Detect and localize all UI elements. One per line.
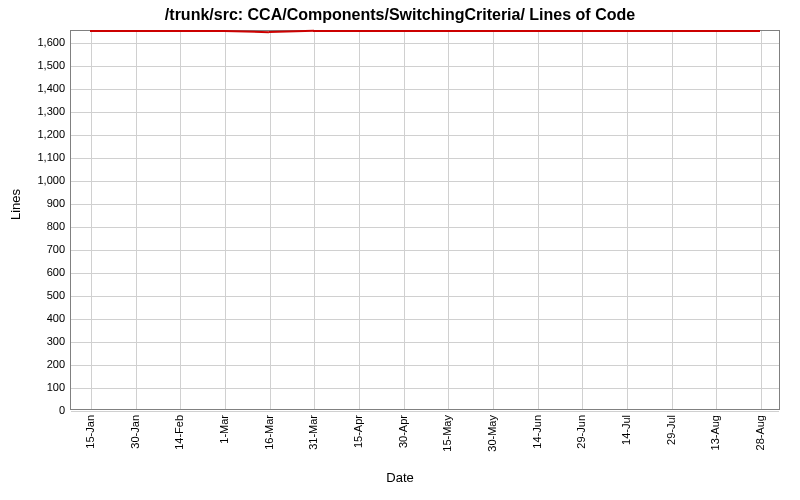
y-tick-label: 600 [10, 266, 65, 278]
x-tick-label: 15-Apr [352, 415, 364, 448]
y-tick-label: 1,100 [10, 151, 65, 163]
series-segment [671, 30, 716, 32]
y-tick-label: 800 [10, 220, 65, 232]
y-tick-label: 0 [10, 404, 65, 416]
x-gridline [761, 31, 762, 409]
y-tick-label: 1,600 [10, 36, 65, 48]
x-gridline [270, 31, 271, 409]
x-tick-label: 13-Aug [709, 415, 721, 450]
y-tick-label: 100 [10, 381, 65, 393]
y-tick-label: 700 [10, 243, 65, 255]
y-gridline [71, 388, 779, 389]
y-gridline [71, 43, 779, 44]
y-tick-label: 1,000 [10, 174, 65, 186]
series-segment [581, 30, 626, 32]
series-segment [358, 30, 403, 32]
y-gridline [71, 273, 779, 274]
x-axis-title: Date [0, 470, 800, 485]
x-gridline [716, 31, 717, 409]
x-tick-label: 16-Mar [263, 415, 275, 450]
y-gridline [71, 66, 779, 67]
series-segment [179, 30, 224, 32]
x-gridline [448, 31, 449, 409]
y-tick-label: 500 [10, 289, 65, 301]
y-tick-label: 1,500 [10, 59, 65, 71]
y-tick-label: 200 [10, 358, 65, 370]
y-tick-label: 1,200 [10, 128, 65, 140]
series-segment [626, 30, 671, 32]
x-tick-label: 31-Mar [307, 415, 319, 450]
y-gridline [71, 158, 779, 159]
x-tick-label: 30-Jan [129, 415, 141, 449]
x-gridline [493, 31, 494, 409]
x-gridline [180, 31, 181, 409]
y-gridline [71, 227, 779, 228]
x-gridline [627, 31, 628, 409]
x-tick-label: 30-May [486, 415, 498, 452]
y-gridline [71, 296, 779, 297]
x-tick-label: 15-May [441, 415, 453, 452]
x-tick-label: 15-Jan [84, 415, 96, 449]
x-tick-label: 28-Aug [754, 415, 766, 450]
x-tick-label: 14-Feb [173, 415, 185, 450]
y-gridline [71, 365, 779, 366]
y-tick-label: 300 [10, 335, 65, 347]
x-tick-label: 29-Jun [575, 415, 587, 449]
x-gridline [538, 31, 539, 409]
x-gridline [314, 31, 315, 409]
plot-area [70, 30, 780, 410]
x-gridline [136, 31, 137, 409]
y-gridline [71, 112, 779, 113]
y-gridline [71, 250, 779, 251]
y-gridline [71, 181, 779, 182]
x-gridline [404, 31, 405, 409]
y-gridline [71, 319, 779, 320]
series-segment [403, 30, 448, 32]
series-segment [447, 30, 492, 32]
x-gridline [672, 31, 673, 409]
series-segment [90, 30, 135, 32]
y-gridline [71, 89, 779, 90]
series-segment [492, 30, 537, 32]
y-tick-label: 900 [10, 197, 65, 209]
x-gridline [359, 31, 360, 409]
x-tick-label: 30-Apr [397, 415, 409, 448]
y-gridline [71, 135, 779, 136]
x-tick-label: 14-Jul [620, 415, 632, 445]
y-tick-label: 1,400 [10, 82, 65, 94]
x-tick-label: 14-Jun [531, 415, 543, 449]
series-segment [715, 30, 760, 32]
y-tick-label: 400 [10, 312, 65, 324]
y-tick-label: 1,300 [10, 105, 65, 117]
x-tick-label: 29-Jul [665, 415, 677, 445]
y-gridline [71, 411, 779, 412]
series-segment [313, 30, 358, 32]
x-gridline [582, 31, 583, 409]
y-gridline [71, 342, 779, 343]
series-segment [537, 30, 582, 32]
chart-title: /trunk/src: CCA/Components/SwitchingCrit… [0, 6, 800, 24]
x-gridline [225, 31, 226, 409]
x-gridline [91, 31, 92, 409]
x-tick-label: 1-Mar [218, 415, 230, 444]
loc-line-chart: /trunk/src: CCA/Components/SwitchingCrit… [0, 0, 800, 500]
y-gridline [71, 204, 779, 205]
series-segment [135, 30, 180, 32]
